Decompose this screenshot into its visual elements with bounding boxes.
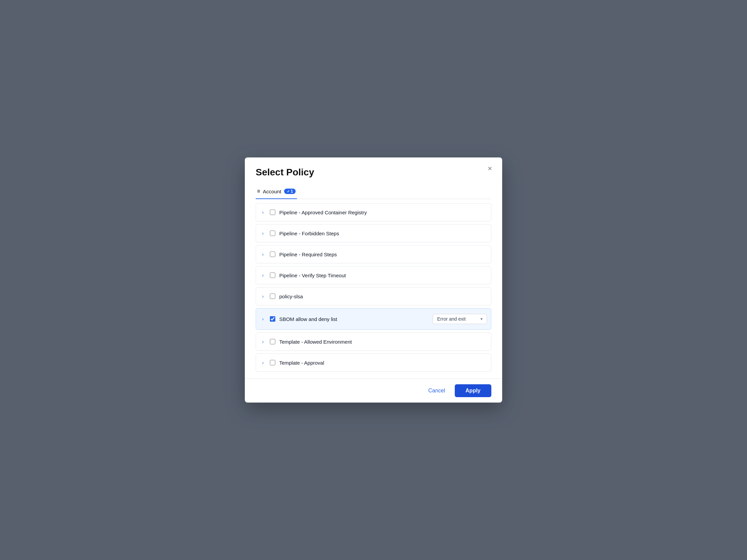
expand-button[interactable]: › [260, 293, 266, 300]
policy-name: SBOM allow and deny list [279, 316, 429, 322]
badge-count: 1 [291, 189, 293, 194]
expand-button[interactable]: › [260, 230, 266, 237]
select-policy-modal: Select Policy × ≡ Account ✓ 1 [245, 157, 502, 403]
policy-row-selected: › SBOM allow and deny list Error and exi… [256, 308, 491, 330]
policy-row: › Pipeline - Required Steps [256, 245, 491, 263]
policy-name: Pipeline - Required Steps [279, 252, 487, 257]
tab-account[interactable]: ≡ Account ✓ 1 [256, 185, 297, 199]
modal-body: › Pipeline - Approved Container Registry… [245, 199, 502, 379]
policy-list: › Pipeline - Approved Container Registry… [256, 203, 491, 374]
policy-name: Pipeline - Forbidden Steps [279, 231, 487, 236]
policy-name: Pipeline - Approved Container Registry [279, 210, 487, 215]
policy-checkbox[interactable] [270, 316, 275, 322]
modal-title: Select Policy [256, 167, 491, 178]
policy-checkbox[interactable] [270, 273, 275, 278]
policy-checkbox[interactable] [270, 210, 275, 215]
policy-row: › Pipeline - Forbidden Steps [256, 224, 491, 242]
modal-header: Select Policy × ≡ Account ✓ 1 [245, 157, 502, 199]
expand-button[interactable]: › [260, 251, 266, 258]
policy-checkbox[interactable] [270, 252, 275, 257]
policy-row: › Template - Approval [256, 353, 491, 372]
expand-button[interactable]: › [260, 272, 266, 279]
policy-name: Pipeline - Verify Step Timeout [279, 273, 487, 278]
policy-row: › Template - Allowed Environment [256, 332, 491, 351]
policy-checkbox[interactable] [270, 360, 275, 365]
policy-row: › policy-slsa [256, 287, 491, 305]
chevron-down-icon: ▾ [481, 317, 483, 321]
policy-name: Template - Approval [279, 360, 487, 366]
tab-account-badge: ✓ 1 [284, 189, 296, 194]
expand-button[interactable]: › [260, 209, 266, 216]
tabs-row: ≡ Account ✓ 1 [256, 185, 491, 199]
badge-check: ✓ [287, 189, 290, 194]
apply-button[interactable]: Apply [455, 384, 491, 397]
close-button[interactable]: × [485, 164, 495, 174]
policy-checkbox[interactable] [270, 294, 275, 299]
policy-name: policy-slsa [279, 294, 487, 299]
policy-action-dropdown[interactable]: Error and exit ▾ [433, 314, 487, 324]
policy-checkbox[interactable] [270, 231, 275, 236]
policy-checkbox[interactable] [270, 339, 275, 344]
policy-row: › Pipeline - Approved Container Registry [256, 203, 491, 221]
policy-name: Template - Allowed Environment [279, 339, 487, 345]
expand-button[interactable]: › [260, 338, 266, 345]
layers-icon: ≡ [257, 188, 260, 194]
modal-footer: Cancel Apply [245, 379, 502, 403]
dropdown-value: Error and exit [437, 316, 466, 322]
expand-button[interactable]: › [260, 359, 266, 366]
modal-overlay: Select Policy × ≡ Account ✓ 1 [0, 0, 747, 560]
tab-account-label: Account [263, 189, 281, 194]
cancel-button[interactable]: Cancel [423, 385, 451, 396]
expand-button[interactable]: › [260, 316, 266, 322]
policy-row: › Pipeline - Verify Step Timeout [256, 266, 491, 284]
